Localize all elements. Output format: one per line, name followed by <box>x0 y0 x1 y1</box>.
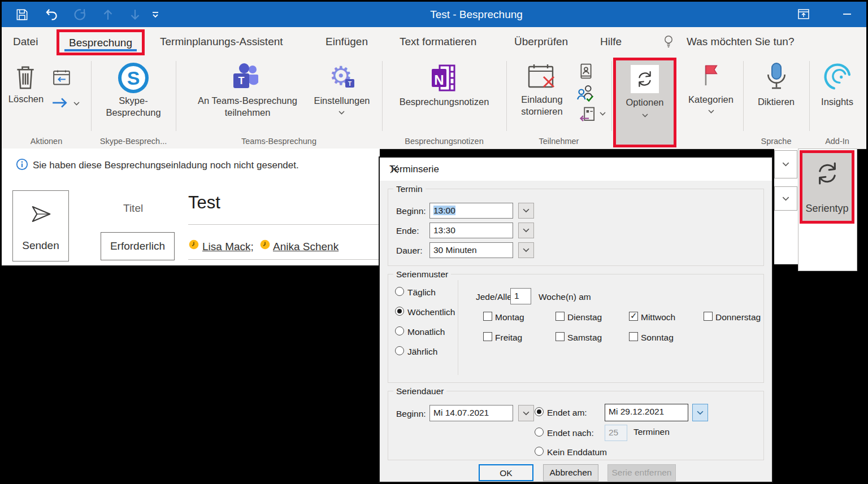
einstellungen-button[interactable]: Einstellungen <box>305 95 379 107</box>
group-label-notizen: Besprechungsnotizen <box>382 137 506 146</box>
move-up-icon[interactable] <box>100 7 116 23</box>
serien-beginn-field[interactable]: Mi 14.07.2021 <box>429 405 513 421</box>
forward-calendar-icon[interactable] <box>51 68 72 89</box>
tab-hilfe[interactable]: Hilfe <box>600 27 622 56</box>
serien-beginn-dropdown[interactable] <box>518 405 534 421</box>
ende-time-field[interactable]: 13:30 <box>429 223 513 238</box>
serien-beginn-label: Beginn: <box>396 409 426 419</box>
checkbox-samstag-label[interactable]: Samstag <box>567 333 602 343</box>
address-book-icon[interactable] <box>578 62 594 82</box>
chevron-down-icon[interactable] <box>600 112 606 116</box>
checkbox-mittwoch-label[interactable]: Mittwoch <box>641 312 675 322</box>
radio-monatlich[interactable] <box>395 326 404 335</box>
beginn-label: Beginn: <box>396 206 426 216</box>
titel-value[interactable]: Test <box>188 193 220 213</box>
ende-time-dropdown[interactable] <box>518 223 534 238</box>
insights-button[interactable]: Insights <box>809 96 865 108</box>
response-options-icon[interactable] <box>579 105 598 128</box>
radio-taeglich[interactable] <box>395 287 404 296</box>
checkbox-donnerstag[interactable] <box>704 312 713 321</box>
optionen-button[interactable]: Optionen <box>616 97 674 108</box>
chevron-down-icon[interactable] <box>642 114 648 117</box>
endet-nach-input[interactable]: 25 <box>605 425 627 441</box>
checkbox-freitag[interactable] <box>483 332 492 341</box>
svg-text:T: T <box>238 75 245 86</box>
checkbox-montag[interactable] <box>483 312 492 321</box>
interval-input[interactable]: 1 <box>510 288 531 304</box>
attendee-clock-icon <box>260 239 270 252</box>
radio-woechentlich-label[interactable]: Wöchentlich <box>407 307 455 317</box>
radio-kein-enddatum[interactable] <box>535 447 544 456</box>
lightbulb-icon <box>662 34 675 51</box>
ok-button[interactable]: OK <box>479 464 533 481</box>
checkbox-mittwoch[interactable] <box>629 312 638 321</box>
chevron-down-icon[interactable] <box>73 102 80 106</box>
ribbon-display-options-icon[interactable] <box>796 6 811 22</box>
radio-jaehrlich-label[interactable]: Jährlich <box>407 347 437 357</box>
attendee-clock-icon <box>189 239 199 252</box>
forward-arrow-icon[interactable] <box>50 95 71 113</box>
tab-text-formatieren[interactable]: Text formatieren <box>400 27 476 56</box>
serientyp-button[interactable]: Serientyp <box>802 153 852 221</box>
send-button[interactable]: Senden <box>12 190 69 261</box>
attendee-link[interactable]: Anika Schenk <box>273 241 338 253</box>
dauer-field[interactable]: 30 Minuten <box>429 242 513 258</box>
beginn-time-field[interactable]: 13:00 <box>429 203 513 219</box>
diktieren-button[interactable]: Diktieren <box>743 96 809 108</box>
attendee-link[interactable]: Lisa Mack; <box>202 241 254 253</box>
checkbox-donnerstag-label[interactable]: Donnerstag <box>715 312 761 322</box>
checkbox-dienstag-label[interactable]: Dienstag <box>567 312 602 322</box>
save-icon[interactable] <box>14 7 30 23</box>
tell-me-search[interactable]: Was möchten Sie tun? <box>687 27 794 56</box>
dialog-title-bar[interactable]: Terminserie <box>380 158 772 181</box>
customize-qat-icon[interactable] <box>147 7 163 23</box>
checkbox-freitag-label[interactable]: Freitag <box>495 333 522 343</box>
radio-endet-am[interactable] <box>535 407 544 416</box>
checkbox-sonntag[interactable] <box>629 332 638 341</box>
group-teilnehmer: Einladung stornieren Teilnehmer <box>506 56 611 149</box>
radio-taeglich-label[interactable]: Täglich <box>407 287 436 298</box>
checkbox-montag-label[interactable]: Montag <box>495 312 524 322</box>
group-label-teilnehmer: Teilnehmer <box>506 137 611 146</box>
undo-icon[interactable] <box>44 7 59 23</box>
remove-series-button[interactable]: Serie entfernen <box>607 464 676 481</box>
tab-ueberpruefen[interactable]: Überprüfen <box>514 27 568 56</box>
chevron-down-icon[interactable] <box>338 111 345 115</box>
dauer-dropdown[interactable] <box>518 242 534 258</box>
group-sprache: Diktieren Sprache <box>743 56 809 149</box>
checkbox-sonntag-label[interactable]: Sonntag <box>641 333 674 343</box>
chevron-down-icon[interactable] <box>708 110 714 114</box>
radio-woechentlich[interactable] <box>395 307 404 316</box>
cancel-invitation-icon <box>524 61 559 96</box>
radio-monatlich-label[interactable]: Monatlich <box>407 327 445 337</box>
radio-jaehrlich[interactable] <box>395 346 404 355</box>
endet-am-field[interactable]: Mi 29.12.2021 <box>605 404 688 421</box>
checkbox-dienstag[interactable] <box>555 312 565 321</box>
skype-meeting-button[interactable]: Skype-Besprechung <box>98 95 169 119</box>
tab-datei[interactable]: Datei <box>13 27 38 56</box>
infobar-message: Sie haben diese Besprechungseinladung no… <box>33 160 299 171</box>
tab-einfuegen[interactable]: Einfügen <box>326 27 368 56</box>
tab-terminplanungs-assistent[interactable]: Terminplanungs-Assistent <box>160 27 283 56</box>
cancel-invitation-button[interactable]: Einladung stornieren <box>506 94 578 117</box>
request-responses-icon[interactable] <box>575 82 596 105</box>
cancel-button[interactable]: Abbrechen <box>543 464 598 481</box>
kategorien-button[interactable]: Kategorien <box>680 94 742 106</box>
endet-am-dropdown[interactable] <box>692 404 708 421</box>
minimize-button[interactable] <box>839 6 855 22</box>
redo-icon[interactable] <box>72 7 88 23</box>
checkbox-samstag[interactable] <box>555 332 565 341</box>
besprechungsnotizen-button[interactable]: Besprechungsnotizen <box>385 96 503 108</box>
beginn-time-dropdown[interactable] <box>518 203 534 219</box>
background-combo-fragment[interactable] <box>774 186 797 211</box>
delete-button[interactable]: Löschen <box>4 93 48 105</box>
svg-text:S: S <box>127 67 140 89</box>
skype-icon: S <box>118 62 149 96</box>
background-combo-fragment[interactable] <box>774 150 797 178</box>
join-teams-meeting-button[interactable]: An Teams-Besprechung teilnehmen <box>181 95 314 119</box>
required-attendees-button[interactable]: Erforderlich <box>101 232 175 260</box>
delete-icon[interactable] <box>13 63 38 94</box>
close-icon[interactable] <box>389 164 762 177</box>
move-down-icon[interactable] <box>127 7 143 23</box>
radio-endet-nach[interactable] <box>535 428 544 437</box>
